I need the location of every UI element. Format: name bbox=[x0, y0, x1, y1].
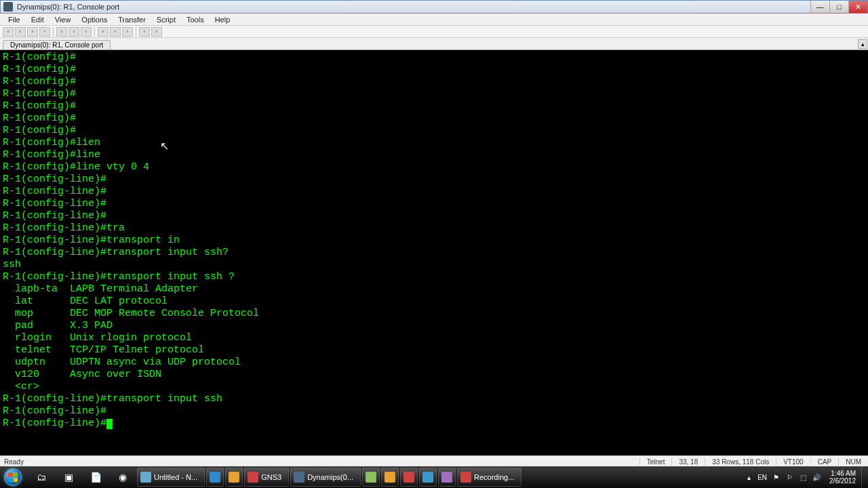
taskbar: 🗂▣📄◉Untitled - N...GNS3Dynamips(0...Reco… bbox=[0, 466, 868, 488]
app6-task-icon bbox=[366, 472, 376, 483]
scroll-up-button[interactable]: ▴ bbox=[858, 39, 867, 49]
close-button[interactable]: ✕ bbox=[848, 1, 867, 13]
paste-icon[interactable]: ▫ bbox=[68, 27, 79, 37]
reconnect-icon[interactable]: ▫ bbox=[122, 27, 133, 37]
terminal-line: R-1(config-line)# bbox=[3, 405, 865, 418]
terminal-window: Dynamips(0): R1, Console port — □ ✕ File… bbox=[0, 0, 868, 468]
task-label: Recording... bbox=[474, 473, 514, 481]
show-desktop-button[interactable] bbox=[861, 466, 868, 488]
terminal-line: R-1(config)# bbox=[3, 100, 865, 113]
help-icon[interactable]: ▫ bbox=[151, 27, 162, 37]
menu-script[interactable]: Script bbox=[151, 16, 181, 24]
terminal-line: R-1(config-line)#transport input ssh ? bbox=[3, 271, 865, 283]
terminal-line: R-1(config-line)# bbox=[3, 186, 865, 198]
notepad-icon[interactable]: 📄 bbox=[83, 468, 108, 487]
menu-transfer[interactable]: Transfer bbox=[113, 16, 151, 24]
task-label: GNS3 bbox=[261, 473, 281, 481]
session-tab[interactable]: Dynamips(0): R1, Console port bbox=[3, 40, 111, 49]
terminal-line: R-1(config-line)#transport in bbox=[3, 235, 865, 247]
open-icon[interactable]: ▫ bbox=[15, 27, 26, 37]
app3-task[interactable] bbox=[225, 468, 243, 487]
terminal-line: rlogin Unix rlogin protocol bbox=[3, 332, 865, 344]
menu-tools[interactable]: Tools bbox=[181, 16, 210, 24]
app6-task[interactable] bbox=[362, 468, 380, 487]
opera-task[interactable] bbox=[400, 468, 418, 487]
menu-file[interactable]: File bbox=[3, 16, 26, 24]
terminal-line: R-1(config)# bbox=[3, 113, 865, 125]
terminal-line: R-1(config)#lien bbox=[3, 137, 865, 149]
app7-task-icon bbox=[384, 472, 395, 483]
wmplayer-icon[interactable]: ▣ bbox=[56, 468, 81, 487]
explorer-icon[interactable]: 🗂 bbox=[28, 468, 54, 487]
status-ready: Ready bbox=[0, 458, 639, 466]
task-label: Untitled - N... bbox=[154, 473, 197, 481]
gns3-task-icon bbox=[248, 472, 258, 483]
dynamips-task-icon bbox=[294, 472, 304, 483]
print-icon[interactable]: ▫ bbox=[39, 27, 50, 37]
app7-task[interactable] bbox=[381, 468, 399, 487]
status-num: NUM bbox=[838, 458, 868, 466]
terminal-line: R-1(config)# bbox=[3, 125, 865, 137]
terminal-line: ssh bbox=[3, 259, 865, 271]
new-icon[interactable]: ▫ bbox=[3, 27, 14, 37]
terminal-line: R-1(config-line)# bbox=[3, 210, 865, 222]
start-button[interactable] bbox=[0, 466, 26, 488]
flag-icon[interactable]: ⚑ bbox=[771, 472, 781, 482]
task-label: Dynamips(0... bbox=[307, 473, 353, 481]
terminal-line: R-1(config-line)#tra bbox=[3, 222, 865, 235]
menu-options[interactable]: Options bbox=[76, 16, 113, 24]
status-term: VT100 bbox=[776, 458, 810, 466]
dynamips-task[interactable]: Dynamips(0... bbox=[290, 468, 361, 487]
gns3-task[interactable]: GNS3 bbox=[244, 468, 289, 487]
app2-task[interactable] bbox=[206, 468, 224, 487]
toolbar: ▫▫▫▫▫▫▫▫▫▫▫▫ bbox=[0, 26, 868, 38]
maximize-button[interactable]: □ bbox=[829, 1, 848, 13]
network-icon[interactable]: ⬚ bbox=[798, 472, 808, 482]
window-title: Dynamips(0): R1, Console port bbox=[16, 3, 810, 11]
app10-task[interactable] bbox=[438, 468, 456, 487]
titlebar[interactable]: Dynamips(0): R1, Console port — □ ✕ bbox=[0, 0, 868, 14]
itunes-task[interactable] bbox=[419, 468, 437, 487]
tabbar: Dynamips(0): R1, Console port bbox=[0, 38, 868, 50]
taskbar-clock[interactable]: 1:46 AM 2/6/2012 bbox=[825, 470, 860, 485]
menu-edit[interactable]: Edit bbox=[26, 16, 50, 24]
terminal-line: <cr> bbox=[3, 381, 865, 393]
terminal-line: R-1(config)# bbox=[3, 64, 865, 76]
menu-help[interactable]: Help bbox=[210, 16, 236, 24]
itunes-task-icon bbox=[422, 472, 433, 483]
props-icon[interactable]: ▫ bbox=[139, 27, 150, 37]
system-tray: ▴ EN ⚑ ⚐ ⬚ 🔊 1:46 AM 2/6/2012 bbox=[743, 470, 861, 485]
minimize-button[interactable]: — bbox=[810, 1, 829, 13]
menubar: FileEditViewOptionsTransferScriptToolsHe… bbox=[0, 14, 868, 26]
copy-icon[interactable]: ▫ bbox=[56, 27, 67, 37]
terminal-line: R-1(config-line)# bbox=[3, 174, 865, 186]
connect-icon[interactable]: ▫ bbox=[98, 27, 108, 37]
terminal-line: R-1(config)# bbox=[3, 76, 865, 88]
recording-task-icon bbox=[460, 472, 471, 483]
terminal-line: telnet TCP/IP Telnet protocol bbox=[3, 344, 865, 357]
terminal-body[interactable]: R-1(config)#R-1(config)#R-1(config)#R-1(… bbox=[0, 50, 868, 455]
language-indicator[interactable]: EN bbox=[757, 474, 767, 481]
status-pos: 33, 18 bbox=[671, 458, 705, 466]
app2-task-icon bbox=[210, 472, 220, 483]
menu-view[interactable]: View bbox=[50, 16, 77, 24]
opera-task-icon bbox=[403, 472, 414, 483]
terminal-line: lapb-ta LAPB Terminal Adapter bbox=[3, 283, 865, 296]
terminal-line: R-1(config)#line bbox=[3, 149, 865, 161]
sound-icon[interactable]: 🔊 bbox=[812, 472, 821, 482]
terminal-line: R-1(config-line)#transport input ssh? bbox=[3, 247, 865, 259]
chrome-icon[interactable]: ◉ bbox=[110, 468, 136, 487]
tray-chevron-icon[interactable]: ▴ bbox=[744, 472, 753, 482]
notepad-task[interactable]: Untitled - N... bbox=[137, 468, 205, 487]
action-center-icon[interactable]: ⚐ bbox=[785, 472, 794, 482]
terminal-line: udptn UDPTN async via UDP protocol bbox=[3, 357, 865, 369]
disconnect-icon[interactable]: ▫ bbox=[110, 27, 121, 37]
terminal-line: lat DEC LAT protocol bbox=[3, 296, 865, 308]
save-icon[interactable]: ▫ bbox=[27, 27, 38, 37]
find-icon[interactable]: ▫ bbox=[81, 27, 92, 37]
status-conn: Telnet bbox=[639, 458, 672, 466]
status-caps: CAP bbox=[810, 458, 839, 466]
terminal-line: R-1(config)# bbox=[3, 88, 865, 100]
terminal-cursor bbox=[106, 419, 113, 429]
recording-task[interactable]: Recording... bbox=[457, 468, 521, 487]
